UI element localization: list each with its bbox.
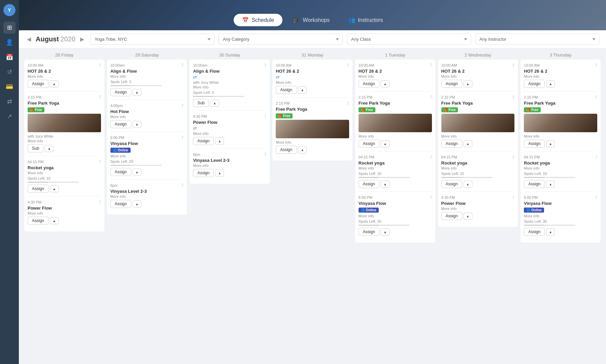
- more-info-link[interactable]: More info: [28, 171, 101, 175]
- share-icon[interactable]: ⤴: [512, 155, 514, 159]
- assign-chevron-button[interactable]: ▲: [546, 80, 555, 87]
- share-icon[interactable]: ⤴: [181, 103, 183, 108]
- assign-button[interactable]: Assign: [524, 180, 545, 188]
- assign-button[interactable]: Assign: [359, 80, 379, 88]
- nav-workshops[interactable]: 🎓 Workshops: [285, 14, 338, 26]
- more-info-link[interactable]: More info: [441, 207, 515, 211]
- instructor-filter[interactable]: Any Instructor: [475, 34, 599, 45]
- prev-month-button[interactable]: ◀: [26, 35, 32, 44]
- assign-button[interactable]: Assign: [28, 185, 48, 193]
- share-icon[interactable]: ⤴: [264, 63, 266, 68]
- sidebar-icon-home[interactable]: ⊞: [3, 22, 15, 34]
- more-info-link[interactable]: More info: [359, 214, 432, 218]
- share-icon[interactable]: ⤴: [264, 152, 266, 157]
- sidebar-icon-share[interactable]: ↗: [3, 110, 15, 122]
- more-info-link[interactable]: More info: [276, 140, 349, 144]
- assign-button[interactable]: Assign: [524, 80, 545, 88]
- assign-chevron-button[interactable]: ▲: [210, 100, 219, 107]
- share-icon[interactable]: ⤴: [99, 200, 101, 205]
- more-info-link[interactable]: More info: [110, 154, 184, 158]
- assign-chevron-button[interactable]: ▲: [133, 201, 141, 208]
- more-info-link[interactable]: More info: [110, 74, 184, 78]
- assign-button[interactable]: Assign: [524, 140, 545, 148]
- assign-button[interactable]: Assign: [359, 140, 379, 148]
- assign-button[interactable]: Assign: [193, 137, 214, 145]
- sidebar-icon-swap[interactable]: ⇄: [3, 96, 15, 108]
- sidebar-icon-history[interactable]: ↺: [3, 66, 15, 78]
- studio-filter[interactable]: Yoga Tribe, NYC: [90, 34, 214, 45]
- more-info-link[interactable]: More info: [28, 74, 101, 78]
- share-icon[interactable]: ⤴: [430, 63, 432, 68]
- more-info-link[interactable]: More info: [28, 211, 101, 215]
- assign-button[interactable]: Assign: [441, 212, 462, 220]
- share-icon[interactable]: ⤴: [430, 155, 432, 159]
- sidebar-icon-profile[interactable]: 👤: [3, 36, 15, 48]
- more-info-link[interactable]: More info: [28, 139, 101, 143]
- assign-button[interactable]: Assign: [441, 180, 462, 188]
- assign-button[interactable]: Assign: [441, 140, 462, 148]
- more-info-link[interactable]: More info: [110, 115, 184, 119]
- share-icon[interactable]: ⤴: [181, 63, 183, 68]
- share-icon[interactable]: ⤴: [347, 101, 349, 106]
- assign-chevron-button[interactable]: ▲: [381, 228, 390, 235]
- share-icon[interactable]: ⤴: [595, 155, 597, 159]
- class-filter[interactable]: Any Class: [347, 34, 471, 45]
- assign-chevron-button[interactable]: ▲: [50, 185, 59, 192]
- more-info-link[interactable]: More info: [524, 214, 597, 218]
- assign-button[interactable]: Assign: [276, 146, 297, 154]
- assign-button[interactable]: Assign: [359, 228, 379, 236]
- assign-chevron-button[interactable]: ▲: [381, 80, 390, 87]
- share-icon[interactable]: ⤴: [595, 195, 597, 200]
- assign-button[interactable]: Assign: [193, 169, 214, 177]
- share-icon[interactable]: ⤴: [264, 114, 266, 119]
- assign-chevron-button[interactable]: ▲: [133, 121, 141, 128]
- more-info-link[interactable]: More info: [359, 134, 432, 138]
- more-info-link[interactable]: More info: [524, 166, 597, 170]
- assign-button[interactable]: Assign: [28, 217, 48, 225]
- assign-chevron-button[interactable]: ▲: [215, 138, 224, 145]
- share-icon[interactable]: ⤴: [181, 135, 183, 140]
- assign-chevron-button[interactable]: ▲: [50, 217, 59, 224]
- share-icon[interactable]: ⤴: [430, 95, 432, 100]
- more-info-link[interactable]: More info: [193, 132, 266, 136]
- assign-chevron-button[interactable]: ▲: [298, 146, 307, 153]
- category-filter[interactable]: Any Category: [218, 34, 343, 45]
- more-info-link[interactable]: More info: [441, 74, 515, 78]
- assign-chevron-button[interactable]: ▲: [381, 140, 390, 147]
- assign-chevron-button[interactable]: ▲: [50, 80, 59, 87]
- assign-chevron-button[interactable]: ▲: [215, 170, 224, 177]
- share-icon[interactable]: ⤴: [512, 195, 514, 200]
- assign-button[interactable]: Assign: [110, 88, 131, 96]
- assign-button[interactable]: Assign: [110, 168, 131, 176]
- share-icon[interactable]: ⤴: [99, 95, 101, 100]
- sidebar-icon-payment[interactable]: 💳: [3, 81, 15, 93]
- more-info-link[interactable]: More info: [359, 166, 432, 170]
- assign-chevron-button[interactable]: ▲: [381, 181, 390, 188]
- share-icon[interactable]: ⤴: [595, 95, 597, 100]
- share-icon[interactable]: ⤴: [347, 63, 349, 68]
- more-info-link[interactable]: More info: [110, 194, 184, 198]
- assign-button[interactable]: Assign: [524, 228, 545, 236]
- share-icon[interactable]: ⤴: [430, 195, 432, 200]
- assign-chevron-button[interactable]: ▲: [464, 80, 472, 87]
- more-info-link[interactable]: More info: [441, 166, 515, 170]
- assign-chevron-button[interactable]: ▲: [45, 145, 54, 152]
- next-month-button[interactable]: ▶: [79, 35, 86, 44]
- more-info-link[interactable]: More info: [193, 85, 266, 89]
- nav-instructors[interactable]: 👥 Instructors: [340, 14, 391, 26]
- more-info-link[interactable]: More info: [276, 80, 349, 84]
- share-icon[interactable]: ⤴: [99, 159, 101, 164]
- assign-chevron-button[interactable]: ▲: [546, 181, 555, 188]
- more-info-link[interactable]: More info: [441, 134, 515, 138]
- assign-button[interactable]: Assign: [441, 80, 462, 88]
- assign-button[interactable]: Assign: [359, 180, 379, 188]
- more-info-link[interactable]: More info: [524, 74, 597, 78]
- assign-button[interactable]: Assign: [28, 80, 48, 88]
- share-icon[interactable]: ⤴: [512, 95, 514, 100]
- share-icon[interactable]: ⤴: [512, 63, 514, 68]
- assign-button[interactable]: Sub: [28, 144, 43, 152]
- assign-chevron-button[interactable]: ▲: [133, 169, 141, 176]
- assign-chevron-button[interactable]: ▲: [464, 181, 472, 188]
- assign-button[interactable]: Assign: [110, 200, 131, 208]
- nav-schedule[interactable]: 📅 Schedule: [234, 14, 282, 26]
